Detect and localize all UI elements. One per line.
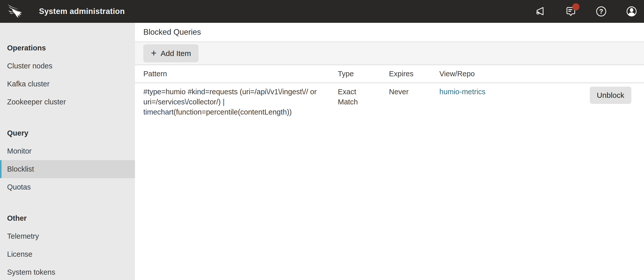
- plus-icon: +: [151, 48, 157, 58]
- column-header-type: Type: [338, 70, 389, 78]
- sidebar-heading-query: Query: [0, 124, 135, 142]
- view-repo-cell: humio-metrics: [439, 87, 589, 97]
- page-title: Blocked Queries: [143, 28, 201, 37]
- main-content: Blocked Queries + Add Item Pattern Type …: [135, 23, 644, 280]
- pattern-cell: #type=humio #kind=requests (uri=/api\/v1…: [143, 87, 338, 117]
- account-button[interactable]: [626, 6, 637, 17]
- sidebar-section-query: Query Monitor Blocklist Quotas: [0, 124, 135, 196]
- app-title: System administration: [39, 7, 125, 16]
- megaphone-icon: [535, 6, 546, 17]
- sidebar-section-other: Other Telemetry License System tokens: [0, 209, 135, 280]
- sidebar-section-operations: Operations Cluster nodes Kafka cluster Z…: [0, 39, 135, 111]
- column-header-expires: Expires: [389, 70, 439, 78]
- crowdstrike-logo[interactable]: [8, 4, 23, 19]
- table-header: Pattern Type Expires View/Repo: [135, 65, 644, 83]
- header-actions: ?: [535, 6, 637, 17]
- announcements-button[interactable]: [535, 6, 546, 17]
- app-header: System administration: [0, 0, 644, 23]
- sidebar-item-license[interactable]: License: [0, 245, 135, 263]
- help-icon: ?: [595, 6, 607, 17]
- column-header-pattern: Pattern: [143, 70, 338, 78]
- sidebar-item-monitor[interactable]: Monitor: [0, 142, 135, 160]
- sidebar-item-system-tokens[interactable]: System tokens: [0, 263, 135, 280]
- notifications-button[interactable]: [565, 6, 577, 17]
- expires-cell: Never: [389, 87, 439, 97]
- add-item-label: Add Item: [161, 49, 191, 58]
- column-header-view-repo: View/Repo: [439, 70, 589, 78]
- sidebar-item-cluster-nodes[interactable]: Cluster nodes: [0, 57, 135, 75]
- sidebar-item-quotas[interactable]: Quotas: [0, 178, 135, 196]
- sidebar-heading-operations: Operations: [0, 39, 135, 57]
- unblock-button[interactable]: Unblock: [590, 87, 631, 104]
- repo-link[interactable]: humio-metrics: [439, 88, 485, 96]
- sidebar-item-telemetry[interactable]: Telemetry: [0, 227, 135, 245]
- sidebar: Operations Cluster nodes Kafka cluster Z…: [0, 23, 135, 280]
- sidebar-item-blocklist[interactable]: Blocklist: [0, 160, 135, 178]
- add-item-button[interactable]: + Add Item: [143, 44, 199, 62]
- title-row: Blocked Queries: [135, 23, 644, 42]
- avatar-icon: [626, 6, 637, 17]
- svg-text:?: ?: [599, 8, 603, 15]
- falcon-logo-icon: [8, 4, 23, 19]
- toolbar: + Add Item: [135, 42, 644, 65]
- sidebar-item-zookeeper-cluster[interactable]: Zookeeper cluster: [0, 93, 135, 111]
- table-row: #type=humio #kind=requests (uri=/api\/v1…: [135, 83, 644, 121]
- help-button[interactable]: ?: [595, 6, 607, 17]
- sidebar-heading-other: Other: [0, 209, 135, 227]
- notification-badge: [572, 3, 579, 10]
- type-cell: Exact Match: [338, 87, 389, 107]
- sidebar-item-kafka-cluster[interactable]: Kafka cluster: [0, 75, 135, 93]
